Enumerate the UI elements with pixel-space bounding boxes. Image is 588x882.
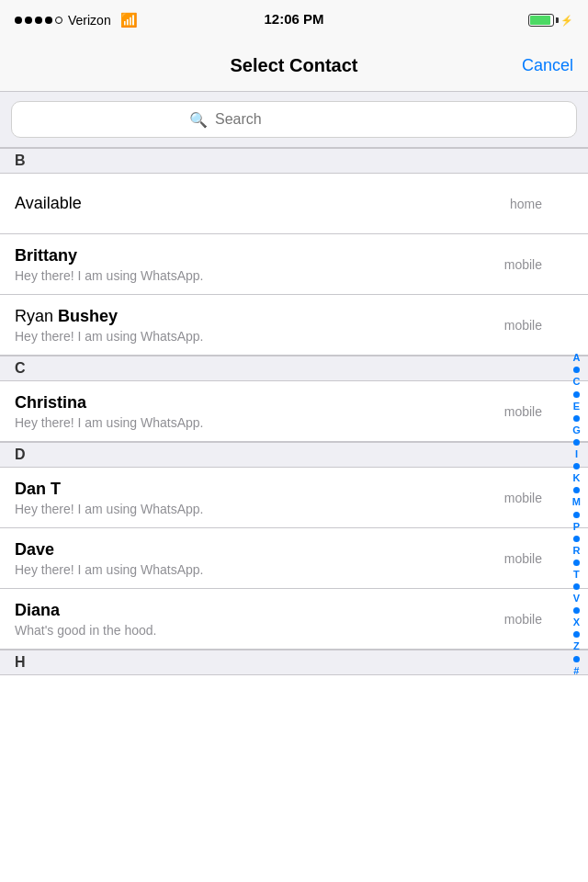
alpha-dot-z2 <box>573 656 580 662</box>
battery-indicator: ⚡ <box>528 14 573 27</box>
alpha-dot-h <box>573 439 580 446</box>
status-left: Verizon 📶 <box>15 12 138 28</box>
contact-info: Available <box>15 193 510 214</box>
contact-list: B Available home Brittany Hey there! I a… <box>0 148 588 881</box>
list-item[interactable]: Ryan Bushey Hey there! I am using WhatsA… <box>0 295 588 356</box>
battery-body <box>528 14 554 27</box>
contact-info: Dan T Hey there! I am using WhatsApp. <box>15 479 504 516</box>
contact-name-text: Available <box>15 194 82 212</box>
signal-dot-4 <box>45 17 52 24</box>
alpha-item-z[interactable]: Z <box>569 640 584 652</box>
alpha-dot-q <box>573 536 580 542</box>
contact-info: Ryan Bushey Hey there! I am using WhatsA… <box>15 306 504 344</box>
alpha-item-k[interactable]: K <box>569 472 584 484</box>
contact-name-plain: Ryan <box>15 307 58 325</box>
alpha-item-g[interactable]: G <box>569 424 584 436</box>
list-item[interactable]: Dan T Hey there! I am using WhatsApp. mo… <box>0 468 588 528</box>
contact-status: Hey there! I am using WhatsApp. <box>15 268 504 283</box>
contact-name: Diana <box>15 600 504 621</box>
list-item[interactable]: Christina Hey there! I am using WhatsApp… <box>0 381 588 442</box>
status-right: ⚡ <box>528 14 573 27</box>
alpha-dot-w <box>573 607 580 614</box>
alpha-item-p[interactable]: P <box>569 521 584 533</box>
contact-type: mobile <box>504 551 542 566</box>
list-item[interactable]: Available home <box>0 174 588 234</box>
contact-type: mobile <box>504 612 542 627</box>
contact-type: mobile <box>504 491 542 505</box>
signal-dot-1 <box>15 17 22 24</box>
contact-status: What's good in the hood. <box>15 623 504 638</box>
contact-name: Dave <box>15 539 504 560</box>
battery-tip <box>556 17 559 23</box>
contact-name-bold: Christina <box>15 393 86 412</box>
nav-bar: Select Contact Cancel <box>0 40 588 92</box>
status-bar: Verizon 📶 12:06 PM ⚡ <box>0 0 588 40</box>
alpha-item-c[interactable]: C <box>569 376 584 388</box>
contact-info: Brittany Hey there! I am using WhatsApp. <box>15 245 504 283</box>
section-header-c: C <box>0 356 588 381</box>
contact-name: Ryan Bushey <box>15 306 504 327</box>
search-container: 🔍 <box>0 92 588 148</box>
alpha-dot-u <box>573 583 580 590</box>
section-header-h: H <box>0 650 588 675</box>
contact-name-bold: Dave <box>15 540 54 559</box>
alpha-item-r[interactable]: R <box>569 545 584 557</box>
contact-name: Dan T <box>15 479 504 500</box>
alpha-dot-l <box>573 487 580 493</box>
battery-fill <box>530 16 550 25</box>
contact-name-bold: Bushey <box>58 307 118 325</box>
section-header-d: D <box>0 442 588 468</box>
search-icon: 🔍 <box>189 111 208 129</box>
alpha-item-t[interactable]: T <box>569 569 584 581</box>
alpha-dot-n <box>573 512 580 518</box>
alpha-item-i[interactable]: I <box>569 448 584 460</box>
signal-strength <box>15 17 62 24</box>
alpha-dot-j <box>573 463 580 469</box>
signal-dot-5 <box>55 17 62 24</box>
alpha-item-a[interactable]: A <box>569 352 584 364</box>
wifi-icon: 📶 <box>120 12 138 28</box>
contact-info: Diana What's good in the hood. <box>15 600 504 638</box>
alpha-dot-f <box>573 415 580 422</box>
charging-icon: ⚡ <box>560 15 573 27</box>
contact-type: mobile <box>504 257 542 272</box>
contact-status: Hey there! I am using WhatsApp. <box>15 562 504 577</box>
alpha-item-x[interactable]: X <box>569 616 584 628</box>
status-time: 12:06 PM <box>264 11 323 27</box>
contact-status: Hey there! I am using WhatsApp. <box>15 502 504 516</box>
contact-status: Hey there! I am using WhatsApp. <box>15 329 504 344</box>
contact-name: Available <box>15 193 510 214</box>
search-input[interactable] <box>215 111 399 128</box>
contact-type: mobile <box>504 404 542 419</box>
alpha-item-hash[interactable]: # <box>569 665 584 677</box>
contact-info: Christina Hey there! I am using WhatsApp… <box>15 392 504 430</box>
alphabet-index: A C E G I K M P R T V X Z # <box>569 148 584 881</box>
alpha-item-m[interactable]: M <box>569 496 584 508</box>
contact-name: Christina <box>15 392 504 413</box>
alpha-item-v[interactable]: V <box>569 593 584 605</box>
list-item[interactable]: Dave Hey there! I am using WhatsApp. mob… <box>0 528 588 589</box>
alpha-dot-d <box>573 391 580 398</box>
contact-type: home <box>510 197 542 211</box>
page-title: Select Contact <box>231 55 358 76</box>
contact-name-bold: Dan T <box>15 480 61 498</box>
signal-dot-2 <box>25 17 32 24</box>
cancel-button[interactable]: Cancel <box>522 56 573 75</box>
contact-status: Hey there! I am using WhatsApp. <box>15 415 504 430</box>
search-bar[interactable]: 🔍 <box>11 101 577 138</box>
list-item[interactable]: Brittany Hey there! I am using WhatsApp.… <box>0 234 588 295</box>
contact-type: mobile <box>504 318 542 333</box>
contact-name-bold: Brittany <box>15 246 77 265</box>
signal-dot-3 <box>35 17 42 24</box>
alpha-item-e[interactable]: E <box>569 401 584 413</box>
list-item[interactable]: Diana What's good in the hood. mobile <box>0 589 588 650</box>
alpha-dot-b <box>573 367 580 373</box>
alpha-dot-s <box>573 560 580 566</box>
section-header-b: B <box>0 148 588 174</box>
contact-name: Brittany <box>15 245 504 266</box>
alpha-dot-y <box>573 631 580 638</box>
carrier-name: Verizon <box>68 13 111 28</box>
contact-info: Dave Hey there! I am using WhatsApp. <box>15 539 504 577</box>
contact-name-bold: Diana <box>15 601 60 619</box>
